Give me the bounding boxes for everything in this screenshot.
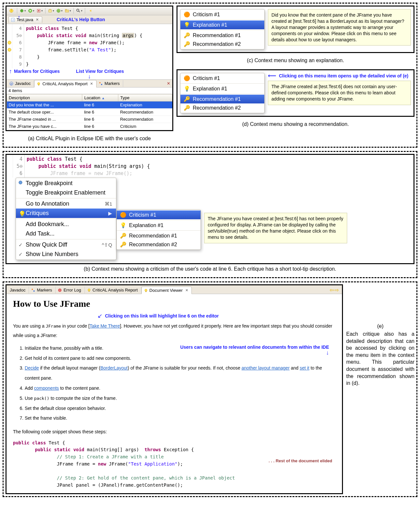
recommendation-icon: 🔑 <box>184 105 190 111</box>
col-type[interactable]: Type <box>118 94 172 101</box>
tab-document-viewer[interactable]: Document Viewer✕ <box>141 287 192 294</box>
menu-recommendation-1[interactable]: 🔑Recommendation #1 <box>180 31 264 40</box>
menu-criticism-1[interactable]: 🟠Criticism #1 <box>180 10 264 19</box>
view-tab-bar: @ Javadoc CriticAL Analysis Report ✕ Mar… <box>7 79 172 88</box>
document-content: How to Use JFrame ↙ Clicking on this lin… <box>7 294 342 493</box>
ext-tools-icon[interactable] <box>36 7 43 14</box>
doc-link[interactable]: Decide <box>25 365 39 371</box>
menu-recommendation-1[interactable]: 🔑Recommendation #1 <box>180 95 264 103</box>
anno-markers: Markers for Critiques <box>14 69 60 74</box>
code-snippet: public class Test { public static void m… <box>13 440 335 489</box>
doc-link[interactable]: components <box>34 386 59 391</box>
doc-snippet-intro: The following code snippet shows these s… <box>13 427 335 437</box>
menu-criticism-1[interactable]: 🟠Criticism #1 <box>117 210 201 219</box>
table-row[interactable]: The JFrame you have c...line 6Criticism <box>7 123 172 130</box>
run-icon[interactable] <box>28 7 35 14</box>
recommendation-icon: 🔑 <box>120 233 126 239</box>
prev-anno-icon[interactable] <box>87 7 94 14</box>
doc-link[interactable]: another layout manager <box>242 365 290 371</box>
tab-label: Javadoc <box>15 81 31 86</box>
menu-explanation-1[interactable]: 💡Explanation #1 <box>180 84 264 93</box>
menu-recommendation-2[interactable]: 🔑Recommendation #2 <box>180 103 264 112</box>
ctx-toggle-breakpoint[interactable]: Toggle Breakpoint <box>16 179 116 188</box>
doc-intro: You are using a JFrame in your code [Tak… <box>13 321 335 341</box>
search-icon[interactable] <box>76 7 83 14</box>
close-icon[interactable]: ✕ <box>36 18 39 22</box>
menu-explanation-1[interactable]: 💡Explanation #1 <box>117 221 201 230</box>
tab-test-java[interactable]: J Test.java ✕ <box>8 16 42 23</box>
explanation-icon: 💡 <box>184 86 190 92</box>
panel-c: 🟠Criticism #1 💡Explanation #1 🔑Recommend… <box>177 6 414 53</box>
panel-e: Javadoc Markers !Error Log CriticAL Anal… <box>6 284 343 494</box>
ctx-toggle-breakpoint-enablement[interactable]: Toggle Breakpoint Enablement <box>16 188 116 197</box>
svg-marker-7 <box>38 10 40 11</box>
arrow-icon: ↑ <box>18 14 20 20</box>
forward-icon[interactable]: ⇨ <box>335 287 339 293</box>
col-location[interactable]: Location▲ <box>82 94 118 101</box>
table-row[interactable]: The default close oper...line 6Recommend… <box>7 109 172 116</box>
svg-point-27 <box>19 181 22 184</box>
critique-submenu: 🟠Criticism #1 💡Explanation #1 🔑Recommend… <box>180 73 265 113</box>
close-icon[interactable]: ✕ <box>90 82 93 86</box>
bulb-icon <box>144 288 148 293</box>
ctx-show-line-numbers[interactable]: Show Line Numbers <box>16 250 116 259</box>
elided-note: . . . Rest of the document elided <box>269 458 332 463</box>
close-icon[interactable]: ✕ <box>165 80 172 87</box>
tab-label: Javadoc <box>10 288 25 292</box>
code-editor[interactable]: 45⊖6 public class Test { public static v… <box>7 155 413 178</box>
tooltip-recommendation: The JFrame created at [test.Test:6] does… <box>268 81 411 105</box>
tab-markers[interactable]: Markers <box>29 287 56 293</box>
new-class-icon[interactable]: C <box>56 7 63 14</box>
ctx-show-quick-diff[interactable]: Show Quick Diff^⇧Q <box>16 240 116 250</box>
arrow-icon: ⟵ <box>268 73 276 79</box>
svg-text:@: @ <box>10 82 13 85</box>
svg-text:C: C <box>58 9 59 12</box>
explanation-icon: 💡 <box>184 22 190 28</box>
close-icon[interactable]: ✕ <box>185 288 188 292</box>
recommendation-icon: 🔑 <box>184 41 190 47</box>
critique-table: Description Location▲ Type Did you know … <box>7 94 172 130</box>
caption-e-text: Each critique also has a detailed descri… <box>346 331 414 387</box>
col-description[interactable]: Description <box>7 94 82 101</box>
back-icon[interactable]: ⇦ <box>330 287 334 293</box>
table-row[interactable]: Did you know that the ...line 6Explanati… <box>7 101 172 109</box>
doc-link[interactable]: set it <box>300 365 309 371</box>
link-take-me-there[interactable]: Take Me There <box>90 323 120 329</box>
tab-critical-report[interactable]: CriticAL Analysis Report <box>85 287 141 293</box>
table-row[interactable]: The JFrame created in ...line 6Recommend… <box>7 116 172 123</box>
ctx-critiques[interactable]: 💡Critiques▶ <box>16 209 116 218</box>
svg-text:!: ! <box>59 289 60 291</box>
markers-icon <box>98 81 103 86</box>
menu-recommendation-1[interactable]: 🔑Recommendation #1 <box>117 231 201 240</box>
doc-title: How to Use JFrame <box>13 299 335 309</box>
toolbar: C <box>7 7 172 15</box>
svg-point-20 <box>8 48 11 51</box>
line-numbers: 45⊖6 <box>13 155 25 178</box>
panel-d: 🟠Criticism #1 💡Explanation #1 🔑Recommend… <box>177 69 414 117</box>
svg-rect-13 <box>65 9 67 10</box>
menu-criticism-1[interactable]: 🟠Criticism #1 <box>180 74 264 83</box>
tab-error-log[interactable]: !Error Log <box>56 287 85 293</box>
tab-markers[interactable]: Markers <box>97 80 123 87</box>
menu-recommendation-2[interactable]: 🔑Recommendation #2 <box>117 240 201 249</box>
new-folder-icon[interactable] <box>64 7 72 14</box>
panel-a: C ↑ J Test.java ✕ <box>6 6 173 131</box>
tab-javadoc[interactable]: @ Javadoc <box>7 80 34 87</box>
arrow-icon: ↓ <box>326 349 329 356</box>
recommendation-icon: 🔑 <box>120 241 126 248</box>
tab-label: CriticAL Analysis Report <box>93 288 138 292</box>
doc-link[interactable]: BorderLayout <box>100 365 128 371</box>
code-editor[interactable]: 45⊖6789 public class Test { public stati… <box>7 24 172 68</box>
new-package-icon[interactable] <box>47 7 55 14</box>
svg-point-32 <box>88 289 90 291</box>
ctx-go-to-annotation[interactable]: Go to Annotation⌘1 <box>16 199 116 209</box>
menu-recommendation-2[interactable]: 🔑Recommendation #2 <box>180 40 264 48</box>
tab-label: Markers <box>37 288 52 292</box>
critical-help-icon[interactable] <box>8 7 15 14</box>
menu-explanation-1[interactable]: 💡Explanation #1 <box>180 20 264 29</box>
tab-javadoc[interactable]: Javadoc <box>8 287 29 293</box>
ctx-add-task[interactable]: Add Task... <box>16 229 116 238</box>
tab-critical-report[interactable]: CriticAL Analysis Report ✕ <box>34 80 97 88</box>
svg-rect-29 <box>33 290 35 291</box>
ctx-add-bookmark[interactable]: Add Bookmark... <box>16 220 116 229</box>
